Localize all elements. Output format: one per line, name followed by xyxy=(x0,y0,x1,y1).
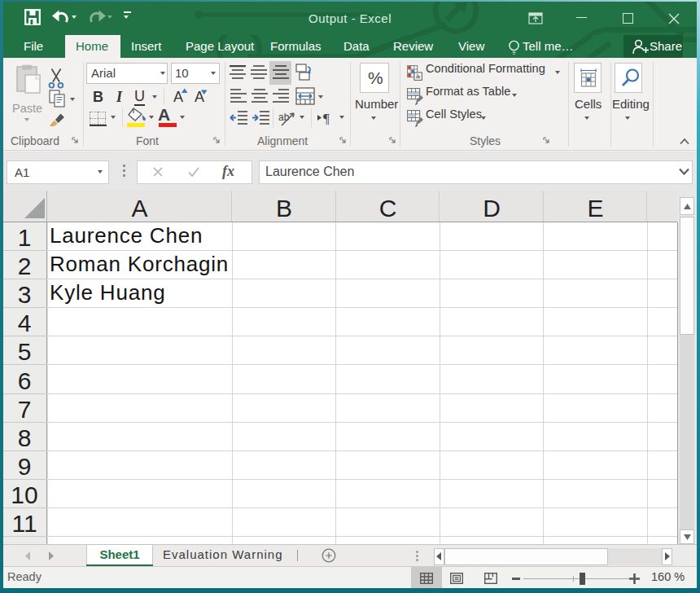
svg-text:¶: ¶ xyxy=(323,111,330,125)
svg-text:ab: ab xyxy=(278,112,290,123)
